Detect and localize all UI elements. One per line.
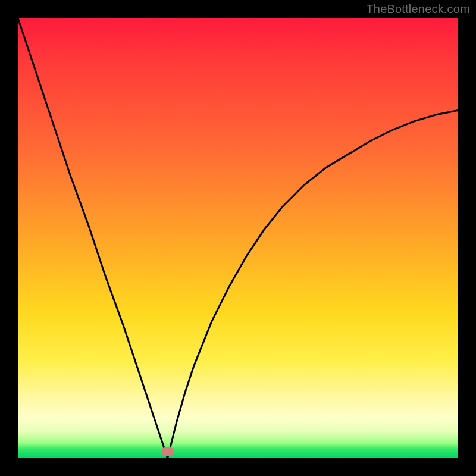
curve-left-branch bbox=[18, 18, 168, 458]
curve-right-branch bbox=[168, 110, 458, 458]
chart-frame: TheBottleneck.com bbox=[0, 0, 476, 476]
bottleneck-marker bbox=[161, 447, 174, 456]
curve-layer bbox=[18, 18, 458, 458]
watermark-text: TheBottleneck.com bbox=[366, 2, 470, 16]
plot-area bbox=[18, 18, 458, 458]
